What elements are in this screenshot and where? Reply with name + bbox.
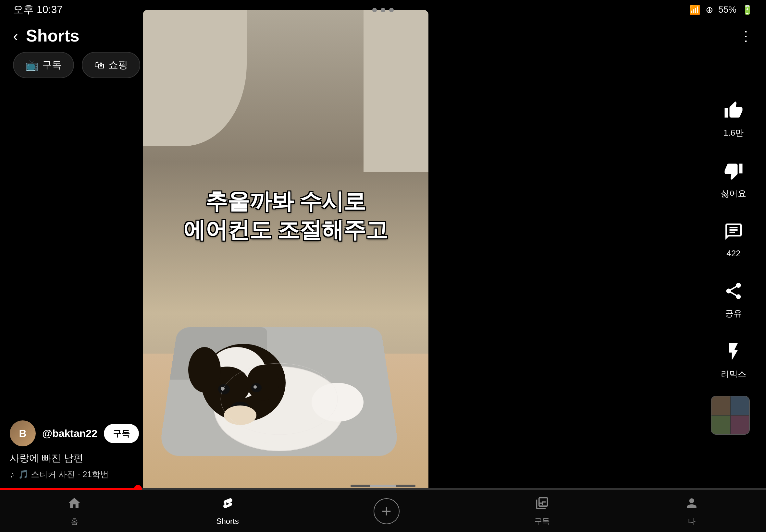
subscribe-button[interactable]: 구독 xyxy=(104,424,139,443)
user-row: B @baktan22 구독 xyxy=(10,420,139,446)
status-time: 오후 10:37 xyxy=(13,3,63,17)
svg-point-14 xyxy=(188,347,221,393)
tab-subscribe[interactable]: 📺 구독 xyxy=(13,52,74,78)
video-description: 사랑에 빠진 남편 xyxy=(10,452,139,465)
back-button[interactable]: ‹ xyxy=(13,27,18,45)
dot-3 xyxy=(389,8,394,12)
remix-thumb-grid xyxy=(711,396,749,434)
comment-count: 422 xyxy=(726,248,740,259)
dog-svg xyxy=(162,318,383,454)
action-sidebar: 1.6만 싫어요 422 공유 리믹스 xyxy=(721,97,747,380)
svg-point-13 xyxy=(286,431,311,445)
header-left: ‹ Shorts xyxy=(13,26,79,45)
shorts-icon xyxy=(220,497,235,514)
like-button[interactable]: 1.6만 xyxy=(721,97,747,139)
subscribe-tab-label: 구독 xyxy=(42,58,62,72)
svg-point-11 xyxy=(224,405,256,425)
music-row: ♪ 🎵 스티커 사진 · 21학번 xyxy=(10,469,139,480)
like-icon xyxy=(721,97,747,123)
video-text-overlay: 추울까봐 수시로 에어컨도 조절해주고 xyxy=(183,187,388,244)
nav-subscriptions[interactable]: 구독 xyxy=(534,496,550,526)
shopping-tab-label: 쇼핑 xyxy=(108,58,128,72)
svg-point-1 xyxy=(311,383,363,422)
dot-2 xyxy=(381,8,385,12)
like-count: 1.6만 xyxy=(723,127,744,139)
video-dots-indicator xyxy=(372,8,394,12)
dislike-label: 싫어요 xyxy=(721,188,746,199)
battery-icon: 🔋 xyxy=(742,5,753,15)
subscribe-tab-icon: 📺 xyxy=(25,59,38,71)
user-avatar[interactable]: B xyxy=(10,420,36,446)
subscriptions-icon xyxy=(535,496,549,514)
svg-point-5 xyxy=(247,365,279,401)
music-info: 🎵 스티커 사진 · 21학번 xyxy=(18,469,109,480)
remix-label: 리믹스 xyxy=(721,369,746,380)
scroll-thumb xyxy=(370,485,396,487)
profile-icon xyxy=(685,496,699,514)
music-icon: ♪ xyxy=(10,469,14,480)
add-icon[interactable]: + xyxy=(373,498,400,524)
thumb-cell-1 xyxy=(711,396,730,415)
dot-1 xyxy=(372,8,377,12)
status-right: 📶 ⊕ 55% 🔋 xyxy=(689,5,753,15)
wifi-icon: 📶 xyxy=(689,5,700,15)
battery-level: 55% xyxy=(718,5,736,15)
home-label: 홈 xyxy=(70,516,78,526)
video-text-line-1: 추울까봐 수시로 xyxy=(183,187,388,215)
shopping-tab-icon: 🛍 xyxy=(94,59,104,71)
location-icon: ⊕ xyxy=(706,5,713,15)
share-icon xyxy=(721,278,747,304)
page-title: Shorts xyxy=(26,26,79,45)
user-handle[interactable]: @baktan22 xyxy=(42,428,97,440)
video-container[interactable]: 추울까봐 수시로 에어컨도 조절해주고 xyxy=(143,10,429,516)
tab-shopping[interactable]: 🛍 쇼핑 xyxy=(82,52,140,78)
scroll-indicator xyxy=(350,485,416,487)
me-label: 나 xyxy=(688,516,696,526)
nav-shorts[interactable]: Shorts xyxy=(216,497,238,526)
subscriptions-label: 구독 xyxy=(534,516,550,526)
dislike-button[interactable]: 싫어요 xyxy=(721,158,747,199)
comment-icon xyxy=(721,219,747,245)
comment-button[interactable]: 422 xyxy=(721,219,747,259)
shorts-label: Shorts xyxy=(216,517,238,526)
nav-home[interactable]: 홈 xyxy=(67,496,81,526)
nav-me[interactable]: 나 xyxy=(685,496,699,526)
dislike-icon xyxy=(721,158,747,184)
video-background: 추울까봐 수시로 에어컨도 조절해주고 xyxy=(143,10,429,516)
share-button[interactable]: 공유 xyxy=(721,278,747,319)
user-info: B @baktan22 구독 사랑에 빠진 남편 ♪ 🎵 스티커 사진 · 21… xyxy=(10,420,139,480)
more-options-button[interactable]: ⋮ xyxy=(739,28,753,44)
thumb-cell-3 xyxy=(711,416,730,434)
home-icon xyxy=(67,496,81,514)
share-label: 공유 xyxy=(725,308,742,319)
tab-buttons: 📺 구독 🛍 쇼핑 xyxy=(13,52,140,78)
header: ‹ Shorts ⋮ xyxy=(0,19,766,52)
bottom-nav: 홈 Shorts + 구독 나 xyxy=(0,490,766,532)
thumb-cell-4 xyxy=(731,416,749,434)
remix-icon xyxy=(721,339,747,365)
remix-button[interactable]: 리믹스 xyxy=(721,339,747,380)
video-text-line-2: 에어컨도 조절해주고 xyxy=(183,215,388,244)
remix-thumbnail[interactable] xyxy=(711,396,750,435)
thumb-cell-2 xyxy=(731,396,749,415)
svg-point-10 xyxy=(253,385,257,389)
nav-add[interactable]: + xyxy=(373,498,400,524)
